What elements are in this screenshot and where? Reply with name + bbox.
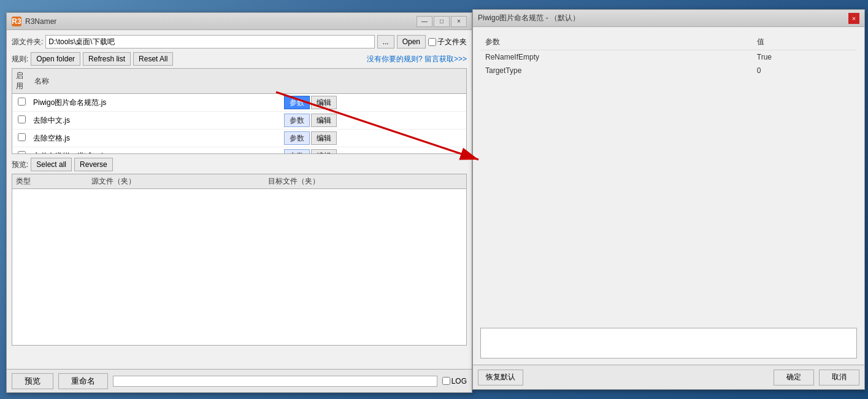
source-path-input[interactable] xyxy=(45,35,374,48)
source-folder-row: 源文件夹: ... Open 子文件夹 xyxy=(12,35,467,48)
row-2-param-button[interactable]: 参数 xyxy=(284,131,310,145)
row-1-param-button[interactable]: 参数 xyxy=(284,114,310,127)
preview-table: 类型 源文件（夹） 目标文件（夹） xyxy=(12,174,466,189)
rules-table: 启用 名称 Piwigo图片命名规范.js 参数 编辑 xyxy=(12,69,466,154)
row-2-name: 去除空格.js xyxy=(31,130,282,147)
row-1-edit-button[interactable]: 编辑 xyxy=(311,114,337,127)
params-edit-textarea[interactable] xyxy=(481,328,856,358)
row-0-edit-button[interactable]: 编辑 xyxy=(311,96,337,109)
row-1-name: 去除中文.js xyxy=(31,112,282,130)
source-label: 源文件夹: xyxy=(12,37,43,47)
log-checkbox-label: LOG xyxy=(442,377,467,385)
open-button[interactable]: Open xyxy=(397,35,426,48)
row-0-checkbox[interactable] xyxy=(18,98,26,106)
reset-all-button[interactable]: Reset All xyxy=(133,52,173,66)
row-3-edit-button[interactable]: 编辑 xyxy=(311,149,337,154)
restore-defaults-button[interactable]: 恢复默认 xyxy=(478,370,523,385)
cancel-button[interactable]: 取消 xyxy=(819,370,859,385)
maximize-button[interactable]: □ xyxy=(434,16,450,27)
rename-button[interactable]: 重命名 xyxy=(58,373,108,389)
row-0-name: Piwigo图片命名规范.js xyxy=(31,94,282,112)
window-controls: — □ × xyxy=(417,16,467,27)
row-3-param-button[interactable]: 参数 xyxy=(284,149,310,154)
params-close-button[interactable]: × xyxy=(848,13,859,24)
app-icon: R3 xyxy=(12,17,21,26)
row-1-actions: 参数 编辑 xyxy=(282,112,466,130)
bottom-bar: 预览 重命名 LOG xyxy=(7,369,472,392)
param-0-value: True xyxy=(752,50,857,64)
col-actions xyxy=(282,69,466,94)
table-row: 去除空格.js 参数 编辑 xyxy=(12,130,466,147)
log-checkbox[interactable] xyxy=(442,377,450,385)
confirm-button[interactable]: 确定 xyxy=(774,370,814,385)
row-0-enabled xyxy=(12,94,31,112)
params-window-title: Piwigo图片命名规范 - （默认） xyxy=(478,13,848,23)
preview-button[interactable]: 预览 xyxy=(12,373,53,389)
params-row: TargetType 0 xyxy=(480,64,857,77)
preview-col-type: 类型 xyxy=(12,174,88,189)
params-window: Piwigo图片命名规范 - （默认） × 参数 值 ReNameIfEmpty… xyxy=(472,9,865,390)
params-row: ReNameIfEmpty True xyxy=(480,50,857,64)
row-3-name: 文件名递增（递减）.js xyxy=(31,147,282,155)
param-1-name: TargetType xyxy=(480,64,752,77)
row-2-checkbox[interactable] xyxy=(18,133,26,141)
row-1-enabled xyxy=(12,112,31,130)
close-button[interactable]: × xyxy=(451,16,467,27)
reverse-button[interactable]: Reverse xyxy=(74,158,113,171)
preview-row: 预览: Select all Reverse xyxy=(12,158,467,171)
params-table: 参数 值 ReNameIfEmpty True TargetType 0 xyxy=(480,34,857,77)
preview-table-container: 类型 源文件（夹） 目标文件（夹） xyxy=(12,174,467,346)
rules-row: 规则: Open folder Refresh list Reset All 没… xyxy=(12,52,467,66)
params-col-value: 值 xyxy=(752,34,857,50)
row-2-edit-button[interactable]: 编辑 xyxy=(311,131,337,145)
params-edit-area xyxy=(480,328,857,358)
progress-bar xyxy=(113,376,437,387)
row-0-param-button[interactable]: 参数 xyxy=(284,96,310,109)
row-2-enabled xyxy=(12,130,31,147)
no-rules-link[interactable]: 没有你要的规则? 留言获取>>> xyxy=(367,54,467,64)
preview-label: 预览: xyxy=(12,160,28,170)
row-3-checkbox[interactable] xyxy=(18,151,26,154)
main-content: 源文件夹: ... Open 子文件夹 规则: Open folder Refr… xyxy=(7,30,472,354)
params-bottom-bar: 恢复默认 确定 取消 xyxy=(473,365,864,389)
main-window-title: R3Namer xyxy=(25,17,417,26)
param-0-name: ReNameIfEmpty xyxy=(480,50,752,64)
main-title-bar: R3 R3Namer — □ × xyxy=(7,13,472,30)
params-col-param: 参数 xyxy=(480,34,752,50)
row-1-checkbox[interactable] xyxy=(18,115,26,123)
select-all-button[interactable]: Select all xyxy=(31,158,72,171)
rules-label: 规则: xyxy=(12,54,28,64)
row-3-enabled xyxy=(12,147,31,155)
subfolder-checkbox[interactable] xyxy=(428,38,436,46)
row-2-actions: 参数 编辑 xyxy=(282,130,466,147)
rules-table-container: 启用 名称 Piwigo图片命名规范.js 参数 编辑 xyxy=(12,68,467,154)
params-content: 参数 值 ReNameIfEmpty True TargetType 0 xyxy=(473,27,864,91)
refresh-list-button[interactable]: Refresh list xyxy=(83,52,131,66)
main-window: R3 R3Namer — □ × 源文件夹: ... Open 子文件夹 规则:… xyxy=(6,12,472,393)
log-label: LOG xyxy=(451,377,467,385)
table-row: 文件名递增（递减）.js 参数 编辑 xyxy=(12,147,466,155)
row-3-actions: 参数 编辑 xyxy=(282,147,466,155)
col-name: 名称 xyxy=(31,69,282,94)
open-folder-button[interactable]: Open folder xyxy=(31,52,80,66)
table-row: Piwigo图片命名规范.js 参数 编辑 xyxy=(12,94,466,112)
preview-col-source: 源文件（夹） xyxy=(88,174,264,189)
subfolder-checkbox-label: 子文件夹 xyxy=(428,37,467,47)
row-0-actions: 参数 编辑 xyxy=(282,94,466,112)
col-enabled: 启用 xyxy=(12,69,31,94)
params-title-bar: Piwigo图片命名规范 - （默认） × xyxy=(473,10,864,27)
minimize-button[interactable]: — xyxy=(417,16,432,27)
subfolder-label: 子文件夹 xyxy=(437,37,467,47)
table-row: 去除中文.js 参数 编辑 xyxy=(12,112,466,130)
preview-col-target: 目标文件（夹） xyxy=(264,174,466,189)
param-1-value: 0 xyxy=(752,64,857,77)
browse-button[interactable]: ... xyxy=(377,35,394,48)
